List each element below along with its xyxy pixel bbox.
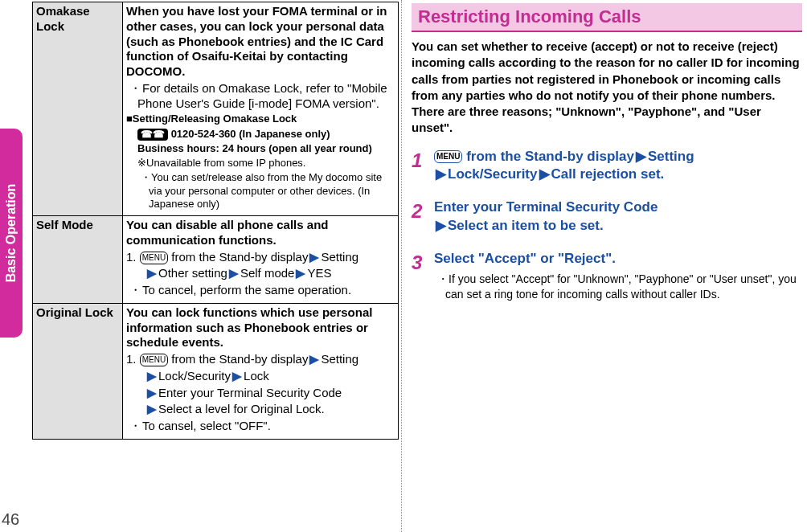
- business-hours: Business hours: 24 hours (open all year …: [126, 142, 395, 155]
- table-row: Self Mode You can disable all phone call…: [33, 216, 399, 304]
- step-part: Setting: [321, 352, 358, 366]
- step-part: Other setting: [158, 266, 227, 280]
- phone-icon: ☎☎: [137, 129, 168, 141]
- feature-desc: When you have lost your FOMA terminal or…: [123, 2, 399, 216]
- feature-name: Original Lock: [33, 303, 123, 439]
- step-part: Select an item to be set.: [448, 218, 604, 233]
- arrow-icon: ▶: [145, 386, 158, 399]
- arrow-icon: ▶: [294, 266, 307, 280]
- page: Basic Operation 46 Omakase Lock When you…: [0, 0, 807, 532]
- column-divider: [401, 0, 402, 532]
- step-part: YES: [307, 266, 331, 280]
- step-part: from the Stand-by display: [168, 352, 308, 366]
- feature-name: Self Mode: [33, 216, 123, 304]
- step-number: 3: [412, 250, 434, 302]
- step-body: Select "Accept" or "Reject". If you sele…: [434, 250, 802, 302]
- arrow-icon: ▶: [434, 218, 448, 233]
- step-prefix: 1.: [126, 352, 140, 366]
- arrow-icon: ▶: [308, 352, 321, 366]
- feature-desc: You can lock functions which use persona…: [123, 303, 399, 439]
- feature-bullet: For details on Omakase Lock, refer to "M…: [126, 81, 395, 112]
- step-prefix: 1.: [126, 250, 140, 264]
- step-number: 1: [412, 148, 434, 185]
- ip-note: ※Unavailable from some IP phones.: [126, 157, 395, 170]
- menu-icon: MENU: [434, 150, 462, 163]
- step-part: Setting: [321, 250, 358, 264]
- step-part: Enter your Terminal Security Code: [434, 199, 657, 215]
- table-row: Omakase Lock When you have lost your FOM…: [33, 2, 399, 216]
- phone-number: 0120-524-360 (In Japanese only): [171, 128, 330, 140]
- table-row: Original Lock You can lock functions whi…: [33, 303, 399, 439]
- right-column: Restricting Incoming Calls You can set w…: [402, 0, 807, 532]
- left-column: Basic Operation 46 Omakase Lock When you…: [0, 0, 402, 532]
- feature-heading: You can lock functions which use persona…: [126, 305, 395, 350]
- step-line: ▶Other setting▶Self mode▶YES: [126, 266, 395, 281]
- step-part: Lock/Security: [448, 166, 538, 182]
- step-line: ▶Lock/Security▶Lock: [126, 369, 395, 384]
- side-tab-label: Basic Operation: [4, 184, 18, 283]
- step-body: Enter your Terminal Security Code ▶Selec…: [434, 198, 802, 235]
- step-line: ▶Enter your Terminal Security Code: [126, 386, 395, 401]
- step-part: Select a level for Original Lock.: [158, 402, 325, 415]
- step-number: 2: [412, 198, 434, 235]
- feature-name: Omakase Lock: [33, 2, 123, 216]
- feature-desc: You can disable all phone calls and comm…: [123, 216, 399, 304]
- arrow-icon: ▶: [538, 166, 551, 182]
- arrow-icon: ▶: [308, 250, 321, 264]
- feature-bullet: To cancel, perform the same operation.: [126, 283, 395, 298]
- step-line: ▶Select a level for Original Lock.: [126, 402, 395, 417]
- my-docomo-note: You can set/release also from the My doc…: [126, 171, 395, 211]
- arrow-icon: ▶: [227, 266, 240, 280]
- feature-heading: When you have lost your FOMA terminal or…: [126, 4, 395, 80]
- step-part: Select "Accept" or "Reject".: [434, 251, 616, 266]
- feature-heading: You can disable all phone calls and comm…: [126, 218, 395, 248]
- step-line: 1. MENU from the Stand-by display▶Settin…: [126, 250, 395, 265]
- arrow-icon: ▶: [145, 369, 158, 383]
- arrow-icon: ▶: [231, 369, 244, 383]
- step: 2 Enter your Terminal Security Code ▶Sel…: [412, 198, 802, 235]
- feature-table: Omakase Lock When you have lost your FOM…: [32, 2, 399, 440]
- step: 1 MENU from the Stand-by display▶Setting…: [412, 148, 802, 185]
- step-line: 1. MENU from the Stand-by display▶Settin…: [126, 352, 395, 367]
- step-part: Call rejection set.: [551, 166, 665, 182]
- step-body: MENU from the Stand-by display▶Setting ▶…: [434, 148, 802, 185]
- arrow-icon: ▶: [634, 149, 648, 164]
- step-part: Self mode: [240, 266, 295, 280]
- sub-heading: ■Setting/Releasing Omakase Lock: [126, 113, 395, 125]
- arrow-icon: ▶: [434, 166, 448, 182]
- page-number: 46: [2, 510, 19, 529]
- menu-icon: MENU: [140, 354, 168, 366]
- step-part: from the Stand-by display: [168, 250, 308, 264]
- section-intro: You can set whether to receive (accept) …: [412, 39, 802, 137]
- step-part: Lock: [244, 369, 269, 383]
- feature-bullet: To cansel, select "OFF".: [126, 419, 395, 434]
- arrow-icon: ▶: [145, 402, 158, 415]
- step-part: Lock/Security: [158, 369, 231, 383]
- section-header: Restricting Incoming Calls: [412, 3, 802, 32]
- step: 3 Select "Accept" or "Reject". If you se…: [412, 250, 802, 302]
- side-tab: Basic Operation: [0, 129, 23, 338]
- step-part: Setting: [648, 149, 694, 164]
- phone-line: ☎☎ 0120-524-360 (In Japanese only): [126, 128, 395, 141]
- step-note: If you select "Accept" for "Unknown", "P…: [434, 272, 802, 302]
- step-part: from the Stand-by display: [462, 149, 633, 164]
- menu-icon: MENU: [140, 252, 168, 264]
- step-part: Enter your Terminal Security Code: [158, 386, 342, 399]
- arrow-icon: ▶: [145, 266, 158, 280]
